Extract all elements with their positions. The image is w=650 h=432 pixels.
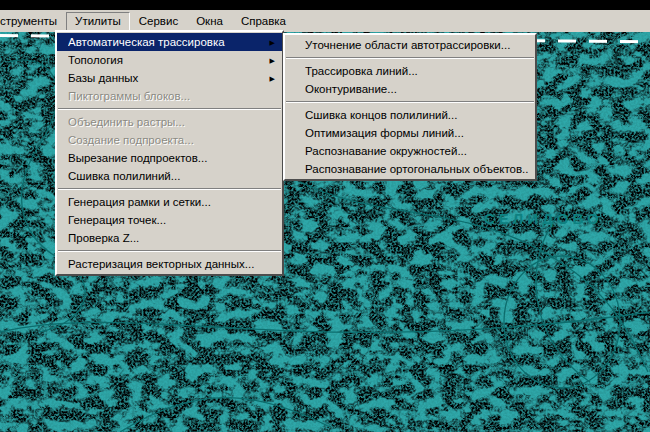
- menu-item-generate-points[interactable]: Генерация точек...: [57, 211, 282, 229]
- menu-item-label: Генерация рамки и сетки...: [68, 196, 275, 208]
- menu-separator: [286, 101, 534, 102]
- menu-item-label: Растеризация векторных данных...: [68, 258, 275, 270]
- submenu-arrow-icon: ▶: [270, 75, 275, 82]
- menu-item-label: Трассировка линий...: [305, 65, 528, 77]
- menubar-item-help[interactable]: Справка: [232, 12, 295, 31]
- auto-trace-submenu: Уточнение области автотрассировки...Трас…: [283, 33, 537, 181]
- title-bar: [0, 0, 650, 10]
- menu-item-stitch-polylines[interactable]: Сшивка полилиний...: [57, 167, 282, 185]
- menu-bar: струментыУтилитыСервисОкнаСправка: [0, 10, 650, 32]
- menu-item-label: Вырезание подпроектов...: [68, 152, 275, 164]
- menubar-item-service[interactable]: Сервис: [130, 12, 187, 31]
- menu-item-label: Оптимизация формы линий...: [305, 127, 528, 139]
- menu-item-databases[interactable]: Базы данных▶: [57, 69, 282, 87]
- menu-item-recognize-circles[interactable]: Распознавание окружностей...: [285, 142, 535, 160]
- menu-item-label: Пиктограммы блоков...: [68, 90, 275, 102]
- menu-item-contouring[interactable]: Оконтуривание...: [285, 80, 535, 98]
- menu-item-label: Базы данных: [68, 72, 266, 84]
- menu-separator: [58, 188, 281, 189]
- menu-item-cut-subprojects[interactable]: Вырезание подпроектов...: [57, 149, 282, 167]
- menu-item-label: Автоматическая трассировка: [68, 36, 266, 48]
- menu-item-auto-trace[interactable]: Автоматическая трассировка▶: [57, 33, 282, 51]
- menu-item-stitch-polyline-ends[interactable]: Сшивка концов полилиний...: [285, 106, 535, 124]
- menu-item-block-pictograms: Пиктограммы блоков...: [57, 87, 282, 105]
- menu-item-generate-frame-grid[interactable]: Генерация рамки и сетки...: [57, 193, 282, 211]
- menu-item-check-z[interactable]: Проверка Z...: [57, 229, 282, 247]
- menu-item-label: Топология: [68, 54, 266, 66]
- menu-item-label: Объединить растры...: [68, 116, 275, 128]
- submenu-arrow-icon: ▶: [270, 57, 275, 64]
- menu-item-rasterize-vector-data[interactable]: Растеризация векторных данных...: [57, 255, 282, 273]
- menu-item-label: Проверка Z...: [68, 232, 275, 244]
- menu-item-label: Создание подпроекта...: [68, 134, 275, 146]
- utilities-menu: Автоматическая трассировка▶Топология▶Баз…: [55, 30, 284, 276]
- menu-item-create-subproject: Создание подпроекта...: [57, 131, 282, 149]
- menu-item-label: Генерация точек...: [68, 214, 275, 226]
- menu-item-label: Сшивка полилиний...: [68, 170, 275, 182]
- menu-item-label: Уточнение области автотрассировки...: [305, 39, 528, 51]
- menu-item-merge-rasters: Объединить растры...: [57, 113, 282, 131]
- menu-item-label: Распознавание ортогональных объектов...: [305, 163, 528, 175]
- menu-item-label: Распознавание окружностей...: [305, 145, 528, 157]
- menu-separator: [58, 108, 281, 109]
- menu-item-optimize-line-shape[interactable]: Оптимизация формы линий...: [285, 124, 535, 142]
- menu-item-refine-autotrace-area[interactable]: Уточнение области автотрассировки...: [285, 36, 535, 54]
- menubar-item-windows[interactable]: Окна: [187, 12, 232, 31]
- application-window: СЕЛИДОВО струментыУтилитыСервисОкнаСправ…: [0, 0, 650, 432]
- menu-item-label: Оконтуривание...: [305, 83, 528, 95]
- menu-separator: [286, 57, 534, 58]
- submenu-arrow-icon: ▶: [270, 39, 275, 46]
- map-town-label: СЕЛИДОВО: [484, 210, 603, 227]
- menu-item-recognize-orthogonal[interactable]: Распознавание ортогональных объектов...: [285, 160, 535, 178]
- menubar-item-utilities[interactable]: Утилиты: [66, 12, 130, 31]
- menubar-item-tools[interactable]: струменты: [0, 12, 66, 31]
- menu-item-trace-lines[interactable]: Трассировка линий...: [285, 62, 535, 80]
- menu-item-label: Сшивка концов полилиний...: [305, 109, 528, 121]
- menu-separator: [58, 250, 281, 251]
- menu-item-topology[interactable]: Топология▶: [57, 51, 282, 69]
